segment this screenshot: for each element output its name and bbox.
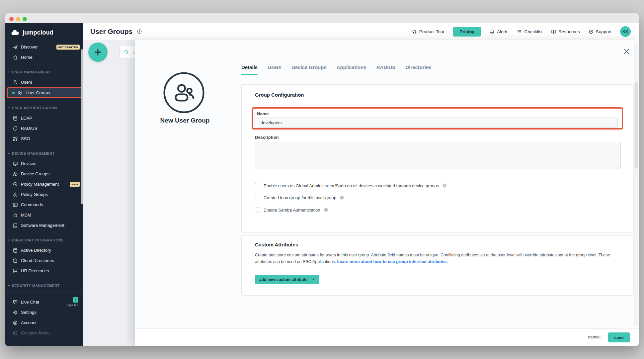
sidebar-item-home[interactable]: Home bbox=[5, 52, 83, 62]
textarea-resize-handle[interactable] bbox=[617, 166, 620, 169]
sidebar-item-users[interactable]: Users bbox=[5, 77, 83, 87]
radius-icon bbox=[13, 126, 18, 131]
collapse-arrow-icon bbox=[13, 330, 18, 336]
description-label: Description bbox=[255, 135, 279, 140]
panel-title: New User Group bbox=[135, 117, 235, 124]
sidebar-section-directory-integrations[interactable]: DIRECTORY INTEGRATIONS bbox=[5, 235, 83, 245]
window-titlebar bbox=[5, 13, 639, 23]
group-configuration-heading: Group Configuration bbox=[255, 92, 304, 98]
checklist-button[interactable]: Checklist bbox=[517, 29, 542, 34]
tab-users[interactable]: Users bbox=[268, 64, 282, 75]
close-icon[interactable] bbox=[623, 48, 630, 55]
chevron-down-icon bbox=[7, 238, 11, 242]
panel-scrollbar-track[interactable] bbox=[634, 43, 638, 326]
sidebar-section-device-management[interactable]: DEVICE MANAGEMENT bbox=[5, 148, 83, 158]
custom-attributes-heading: Custom Attributes bbox=[255, 242, 298, 247]
tab-radius[interactable]: RADIUS bbox=[376, 64, 396, 75]
tab-details[interactable]: Details bbox=[241, 64, 258, 75]
sidebar-item-account[interactable]: Account bbox=[5, 317, 83, 328]
user-group-avatar-icon bbox=[163, 72, 205, 114]
panel-scrollbar-thumb[interactable] bbox=[635, 82, 638, 169]
info-icon[interactable] bbox=[137, 29, 142, 34]
sidebar-footer: Live Chat 1 days left Settings Account bbox=[5, 293, 83, 346]
sidebar-item-ldap[interactable]: LDAP bbox=[5, 113, 83, 123]
sidebar-item-software-management[interactable]: Software Management bbox=[5, 220, 83, 230]
sidebar-item-discover[interactable]: Discover GET STARTED bbox=[5, 42, 83, 52]
custom-attributes-description: Create and store custom attributes for u… bbox=[255, 252, 613, 265]
desktop: jumpcloud Discover GET STARTED Home USER… bbox=[0, 0, 644, 359]
resources-button[interactable]: Resources bbox=[551, 29, 580, 34]
sidebar-item-user-groups[interactable]: User Groups bbox=[7, 87, 82, 98]
tab-directories[interactable]: Directories bbox=[405, 64, 431, 75]
linux-group-checkbox[interactable] bbox=[255, 195, 260, 200]
add-user-group-button[interactable] bbox=[88, 43, 108, 62]
save-button[interactable]: save bbox=[608, 332, 630, 342]
add-custom-attribute-button[interactable]: add new custom attribute bbox=[255, 275, 319, 284]
sidebar-item-live-chat[interactable]: Live Chat 1 days left bbox=[5, 297, 83, 307]
apple-icon bbox=[13, 213, 18, 218]
support-button[interactable]: Support bbox=[589, 29, 611, 34]
info-icon[interactable] bbox=[324, 208, 328, 212]
global-admin-checkbox[interactable] bbox=[255, 183, 260, 188]
description-textarea[interactable] bbox=[255, 142, 621, 169]
book-icon bbox=[551, 29, 556, 34]
custom-attributes-card: Custom Attributes Create and store custo… bbox=[241, 235, 634, 296]
caret-down-icon bbox=[312, 278, 315, 281]
pricing-button[interactable]: Pricing bbox=[453, 27, 481, 37]
learn-more-link[interactable]: Learn more about how to use group inheri… bbox=[337, 259, 447, 264]
account-icon bbox=[13, 320, 18, 325]
sidebar-section-security-management[interactable]: SECURITY MANAGEMENT bbox=[5, 280, 83, 291]
device-group-icon bbox=[13, 171, 18, 177]
sidebar-item-active-directory[interactable]: Active Directory bbox=[5, 245, 83, 255]
name-input[interactable] bbox=[257, 118, 618, 128]
sidebar-item-device-groups[interactable]: Device Groups bbox=[5, 169, 83, 179]
chevron-down-icon bbox=[7, 284, 11, 287]
sidebar-item-radius[interactable]: RADIUS bbox=[5, 123, 83, 134]
maximize-window-button[interactable] bbox=[23, 17, 27, 21]
info-icon[interactable] bbox=[442, 183, 447, 188]
sidebar-item-policy-management[interactable]: Policy Management NEW bbox=[5, 179, 83, 189]
close-window-button[interactable] bbox=[9, 17, 14, 21]
search-icon bbox=[124, 49, 129, 55]
cancel-button[interactable]: cancel bbox=[588, 334, 601, 339]
megaphone-icon bbox=[412, 29, 417, 34]
chat-icon bbox=[13, 300, 18, 305]
new-badge: NEW bbox=[70, 182, 80, 187]
sidebar-item-commands[interactable]: Commands bbox=[5, 200, 83, 210]
name-field-highlight: Name bbox=[252, 107, 623, 130]
chevron-down-icon bbox=[7, 152, 11, 155]
chevron-down-icon bbox=[7, 70, 11, 74]
panel-identity: New User Group bbox=[135, 40, 235, 173]
active-dot bbox=[12, 92, 15, 94]
logo-text: jumpcloud bbox=[23, 29, 53, 36]
sidebar-scrollbar[interactable] bbox=[81, 49, 83, 204]
chevron-down-icon bbox=[7, 106, 11, 110]
sidebar-item-settings[interactable]: Settings bbox=[5, 307, 83, 317]
info-icon[interactable] bbox=[340, 195, 344, 200]
sidebar-item-policy-groups[interactable]: Policy Groups bbox=[5, 189, 83, 200]
samba-auth-checkbox[interactable] bbox=[255, 207, 260, 213]
devices-icon bbox=[13, 161, 18, 166]
target-icon bbox=[13, 182, 18, 187]
alerts-button[interactable]: Alerts bbox=[490, 29, 509, 34]
policy-groups-icon bbox=[13, 192, 18, 197]
sidebar-item-sso[interactable]: SSO bbox=[5, 134, 83, 144]
sidebar-item-cloud-directories[interactable]: Cloud Directories bbox=[5, 255, 83, 266]
sidebar-item-collapse-menu[interactable]: Collapse Menu bbox=[5, 328, 83, 338]
sidebar-item-hr-directories[interactable]: HR Directories bbox=[5, 266, 83, 276]
sidebar-section-user-authentication[interactable]: USER AUTHENTICATION bbox=[5, 103, 83, 113]
global-admin-checkbox-row: Enable users as Global Administrator/Sud… bbox=[255, 181, 447, 190]
panel-tabs: Details Users Device Groups Applications… bbox=[241, 64, 432, 75]
sidebar-section-user-management[interactable]: USER MANAGEMENT bbox=[5, 67, 83, 77]
bell-icon bbox=[490, 29, 495, 34]
product-tour-button[interactable]: Product Tour bbox=[412, 29, 444, 34]
avatar[interactable]: KK bbox=[620, 26, 631, 37]
sidebar-item-mdm[interactable]: MDM bbox=[5, 210, 83, 220]
group-configuration-card: Group Configuration Name Description Ena… bbox=[241, 84, 634, 232]
sidebar-item-devices[interactable]: Devices bbox=[5, 158, 83, 169]
tab-applications[interactable]: Applications bbox=[337, 64, 366, 75]
tab-device-groups[interactable]: Device Groups bbox=[291, 64, 327, 75]
database-icon bbox=[13, 248, 18, 253]
minimize-window-button[interactable] bbox=[16, 17, 20, 21]
jumpcloud-logo: jumpcloud bbox=[5, 23, 83, 42]
